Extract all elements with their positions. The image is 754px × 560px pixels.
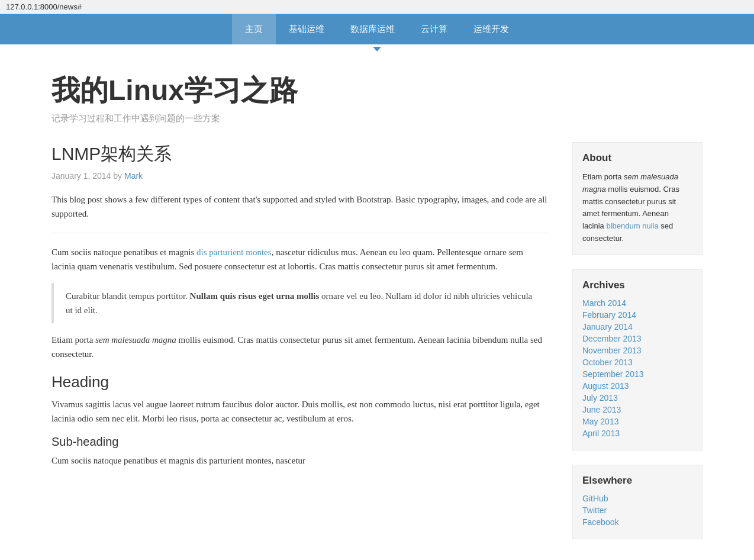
archive-item-feb2014: February 2014 (582, 310, 692, 320)
archive-link-aug2013[interactable]: August 2013 (582, 381, 629, 391)
about-bibendum-link[interactable]: bibendum nulla (606, 221, 658, 230)
elsewhere-link-twitter[interactable]: Twitter (582, 506, 607, 515)
url-bar: 127.0.0.1:8000/news# (6, 2, 82, 11)
archive-link-jun2013[interactable]: June 2013 (582, 405, 621, 414)
archive-link-may2013[interactable]: May 2013 (582, 417, 618, 426)
nav-item-home[interactable]: 主页 (232, 14, 276, 44)
nav-link-db[interactable]: 数据库运维 (337, 14, 408, 44)
archive-link-jul2013[interactable]: July 2013 (582, 393, 618, 403)
elsewhere-link-github[interactable]: GitHub (582, 494, 608, 503)
para1-link[interactable]: dis parturient montes (196, 247, 272, 257)
elsewhere-link-facebook[interactable]: Facebook (582, 517, 618, 527)
post-title: LNMP架构关系 (51, 142, 549, 166)
browser-bar: 127.0.0.1:8000/news# (0, 0, 754, 14)
post-para3: Vivamus sagittis lacus vel augue laoreet… (51, 397, 549, 426)
archives-widget-title: Archives (582, 279, 692, 291)
archive-link-dec2013[interactable]: December 2013 (582, 334, 642, 343)
main-nav: 主页 基础运维 数据库运维 云计算 运维开发 (0, 14, 754, 44)
post-intro: This blog post shows a few different typ… (51, 192, 549, 221)
post-body: This blog post shows a few different typ… (51, 192, 549, 468)
archive-link-jan2014[interactable]: January 2014 (582, 322, 633, 332)
about-text: Etiam porta sem malesuada magna mollis e… (582, 171, 692, 245)
archive-item-sep2013: September 2013 (582, 369, 692, 379)
nav-item-basic[interactable]: 基础运维 (276, 14, 337, 44)
elsewhere-item-github: GitHub (582, 494, 692, 503)
archive-item-dec2013: December 2013 (582, 334, 692, 343)
archive-link-march2014[interactable]: March 2014 (582, 298, 626, 308)
post-para2: Etiam porta sem malesuada magna mollis e… (51, 333, 549, 361)
archive-link-sep2013[interactable]: September 2013 (582, 369, 644, 379)
nav-link-ops[interactable]: 运维开发 (460, 14, 522, 44)
nav-item-db[interactable]: 数据库运维 (337, 14, 408, 44)
post-para1: Cum sociis natoque penatibus et magnis d… (51, 245, 549, 273)
elsewhere-item-twitter: Twitter (582, 506, 692, 515)
post-divider (51, 233, 549, 233)
nav-link-cloud[interactable]: 云计算 (408, 14, 460, 44)
archives-widget: Archives March 2014 February 2014 Januar… (572, 269, 703, 450)
post-meta: January 1, 2014 by Mark (51, 171, 549, 181)
archives-list: March 2014 February 2014 January 2014 De… (582, 298, 692, 438)
archive-item-jan2014: January 2014 (582, 322, 692, 332)
post-author-link[interactable]: Mark (124, 171, 143, 181)
elsewhere-item-facebook: Facebook (582, 517, 692, 527)
site-title: 我的Linux学习之路 (51, 72, 703, 110)
post-article: LNMP架构关系 January 1, 2014 by Mark This bl… (51, 142, 549, 468)
post-heading2: Sub-heading (51, 435, 549, 449)
blockquote-before: Curabitur blandit tempus porttitor. (66, 291, 190, 301)
elsewhere-widget-title: Elsewhere (582, 475, 692, 487)
about-widget: About Etiam porta sem malesuada magna mo… (572, 142, 703, 255)
post-blockquote: Curabitur blandit tempus porttitor. Null… (51, 283, 549, 323)
nav-link-basic[interactable]: 基础运维 (276, 14, 337, 44)
archive-link-nov2013[interactable]: November 2013 (582, 346, 642, 355)
archive-link-feb2014[interactable]: February 2014 (582, 310, 636, 320)
site-subtitle: 记录学习过程和工作中遇到问题的一些方案 (51, 113, 703, 124)
blockquote-bold: Nullam quis risus eget urna mollis (190, 291, 320, 301)
nav-item-ops[interactable]: 运维开发 (460, 14, 522, 44)
archive-item-oct2013: October 2013 (582, 358, 692, 367)
site-header: 我的Linux学习之路 记录学习过程和工作中遇到问题的一些方案 (51, 54, 703, 136)
sidebar: About Etiam porta sem malesuada magna mo… (572, 142, 703, 553)
archive-item-jun2013: June 2013 (582, 405, 692, 414)
para1-before-link: Cum sociis natoque penatibus et magnis (51, 247, 196, 257)
post-date: January 1, 2014 by (51, 171, 122, 181)
nav-item-cloud[interactable]: 云计算 (408, 14, 460, 44)
about-widget-title: About (582, 152, 692, 164)
post-para4: Cum sociis natoque penatibus et magnis d… (51, 453, 549, 468)
main-content: LNMP架构关系 January 1, 2014 by Mark This bl… (51, 142, 549, 553)
archive-item-apr2013: April 2013 (582, 429, 692, 438)
elsewhere-widget: Elsewhere GitHub Twitter Facebook (572, 465, 703, 539)
archive-item-may2013: May 2013 (582, 417, 692, 426)
nav-link-home[interactable]: 主页 (232, 14, 276, 44)
post-heading1: Heading (51, 373, 549, 391)
elsewhere-list: GitHub Twitter Facebook (582, 494, 692, 527)
archive-item-aug2013: August 2013 (582, 381, 692, 391)
archive-item-march2014: March 2014 (582, 298, 692, 308)
archive-item-jul2013: July 2013 (582, 393, 692, 403)
archive-item-nov2013: November 2013 (582, 346, 692, 355)
nav-indicator (0, 43, 754, 54)
archive-link-apr2013[interactable]: April 2013 (582, 429, 620, 438)
archive-link-oct2013[interactable]: October 2013 (582, 358, 633, 367)
